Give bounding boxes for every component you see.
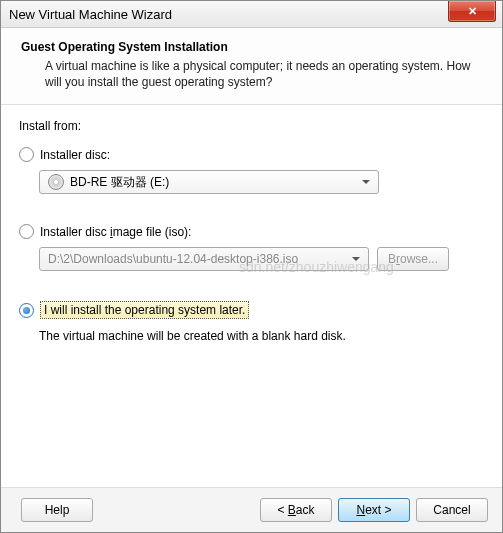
titlebar: New Virtual Machine Wizard ✕ <box>1 1 502 28</box>
chevron-down-icon <box>362 180 370 184</box>
window-title: New Virtual Machine Wizard <box>9 7 172 22</box>
install-from-label: Install from: <box>19 119 484 133</box>
browse-label: Browse... <box>388 252 438 266</box>
option-installer-disc-label: Installer disc: <box>40 148 110 162</box>
later-note: The virtual machine will be created with… <box>39 329 484 343</box>
browse-button: Browse... <box>377 247 449 271</box>
option-installer-disc[interactable]: Installer disc: <box>19 147 484 162</box>
option-iso[interactable]: Installer disc image file (iso): <box>19 224 484 239</box>
radio-installer-disc[interactable] <box>19 147 34 162</box>
footer: Help < Back Next > Cancel <box>1 487 502 532</box>
iso-section: D:\2\Downloads\ubuntu-12.04-desktop-i386… <box>39 247 484 271</box>
next-label: Next > <box>356 503 391 517</box>
next-button[interactable]: Next > <box>338 498 410 522</box>
close-icon: ✕ <box>468 5 477 18</box>
option-iso-label: Installer disc image file (iso): <box>40 225 191 239</box>
installer-disc-section: BD-RE 驱动器 (E:) <box>39 170 484 194</box>
header: Guest Operating System Installation A vi… <box>1 28 502 105</box>
installer-disc-dropdown[interactable]: BD-RE 驱动器 (E:) <box>39 170 379 194</box>
installer-disc-value: BD-RE 驱动器 (E:) <box>70 174 169 191</box>
option-later-label: I will install the operating system late… <box>40 301 249 319</box>
close-button[interactable]: ✕ <box>448 1 496 22</box>
iso-path-value: D:\2\Downloads\ubuntu-12.04-desktop-i386… <box>48 252 298 266</box>
cancel-button[interactable]: Cancel <box>416 498 488 522</box>
cd-icon <box>48 174 64 190</box>
option-later[interactable]: I will install the operating system late… <box>19 301 484 319</box>
header-title: Guest Operating System Installation <box>21 40 482 54</box>
help-button[interactable]: Help <box>21 498 93 522</box>
back-button[interactable]: < Back <box>260 498 332 522</box>
help-label: Help <box>45 503 70 517</box>
radio-iso[interactable] <box>19 224 34 239</box>
radio-later[interactable] <box>19 303 34 318</box>
header-description: A virtual machine is like a physical com… <box>45 58 482 90</box>
cancel-label: Cancel <box>433 503 470 517</box>
back-label: < Back <box>277 503 314 517</box>
content: Install from: Installer disc: BD-RE 驱动器 … <box>1 105 502 353</box>
iso-path-dropdown: D:\2\Downloads\ubuntu-12.04-desktop-i386… <box>39 247 369 271</box>
wizard-window: New Virtual Machine Wizard ✕ Guest Opera… <box>0 0 503 533</box>
chevron-down-icon <box>352 257 360 261</box>
